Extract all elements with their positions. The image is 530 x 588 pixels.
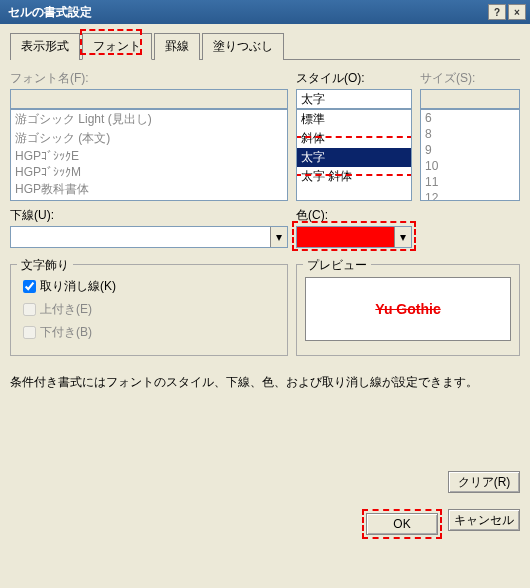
help-button[interactable]: ? <box>488 4 506 20</box>
size-input <box>420 89 520 109</box>
list-item: HGP行書体 <box>11 199 287 201</box>
fontname-label: フォント名(F): <box>10 70 288 87</box>
style-label: スタイル(O): <box>296 70 412 87</box>
underline-combo[interactable]: ▾ <box>10 226 288 248</box>
titlebar: セルの書式設定 ? × <box>0 0 530 24</box>
list-item: 12 <box>421 190 519 201</box>
subscript-label: 下付き(B) <box>40 324 92 341</box>
color-label: 色(C): <box>296 207 412 224</box>
size-list: 6 8 9 10 11 12 <box>420 109 520 201</box>
tabstrip: 表示形式 フォント 罫線 塗りつぶし <box>10 32 520 60</box>
list-item: 10 <box>421 158 519 174</box>
preview-text: Yu Gothic <box>375 301 440 317</box>
strike-check[interactable]: 取り消し線(K) <box>19 277 279 296</box>
tab-font[interactable]: フォント <box>82 33 152 60</box>
strike-label: 取り消し線(K) <box>40 278 116 295</box>
list-item-selected[interactable]: 太字 <box>297 148 411 167</box>
fontname-list: 游ゴシック Light (見出し) 游ゴシック (本文) HGPｺﾞｼｯｸE H… <box>10 109 288 201</box>
style-list[interactable]: 標準 斜体 太字 太字 斜体 <box>296 109 412 201</box>
list-item: HGPｺﾞｼｯｸE <box>11 148 287 164</box>
highlight-annotation: OK <box>362 509 442 539</box>
subscript-checkbox <box>23 326 36 339</box>
ok-button[interactable]: OK <box>366 513 438 535</box>
decor-fieldset: 文字飾り 取り消し線(K) 上付き(E) 下付き(B) <box>10 264 288 356</box>
color-swatch <box>297 227 394 247</box>
preview-fieldset: プレビュー Yu Gothic <box>296 264 520 356</box>
list-item: 游ゴシック (本文) <box>11 129 287 148</box>
hint-text: 条件付き書式にはフォントのスタイル、下線、色、および取り消し線が設定できます。 <box>10 374 520 391</box>
window-title: セルの書式設定 <box>4 4 486 21</box>
list-item: 8 <box>421 126 519 142</box>
decor-legend: 文字飾り <box>17 257 73 274</box>
superscript-check: 上付き(E) <box>19 300 279 319</box>
list-item[interactable]: 斜体 <box>297 129 411 148</box>
subscript-check: 下付き(B) <box>19 323 279 342</box>
style-input[interactable] <box>296 89 412 109</box>
list-item: 9 <box>421 142 519 158</box>
clear-button[interactable]: クリア(R) <box>448 471 520 493</box>
chevron-down-icon[interactable]: ▾ <box>394 227 411 247</box>
tab-border[interactable]: 罫線 <box>154 33 200 60</box>
underline-label: 下線(U): <box>10 207 288 224</box>
preview-legend: プレビュー <box>303 257 371 274</box>
close-button[interactable]: × <box>508 4 526 20</box>
strike-checkbox[interactable] <box>23 280 36 293</box>
tab-fill[interactable]: 塗りつぶし <box>202 33 284 60</box>
tab-format[interactable]: 表示形式 <box>10 33 80 60</box>
list-item[interactable]: 太字 斜体 <box>297 167 411 186</box>
color-combo[interactable]: ▾ <box>296 226 412 248</box>
superscript-checkbox <box>23 303 36 316</box>
list-item: 6 <box>421 110 519 126</box>
fontname-input <box>10 89 288 109</box>
list-item: 游ゴシック Light (見出し) <box>11 110 287 129</box>
superscript-label: 上付き(E) <box>40 301 92 318</box>
preview-area: Yu Gothic <box>305 277 511 341</box>
dialog-content: 表示形式 フォント 罫線 塗りつぶし フォント名(F): 游ゴシック Light… <box>0 24 530 547</box>
list-item: 11 <box>421 174 519 190</box>
list-item: HGPｺﾞｼｯｸM <box>11 164 287 180</box>
list-item[interactable]: 標準 <box>297 110 411 129</box>
list-item: HGP教科書体 <box>11 180 287 199</box>
chevron-down-icon[interactable]: ▾ <box>270 227 287 247</box>
size-label: サイズ(S): <box>420 70 520 87</box>
cancel-button[interactable]: キャンセル <box>448 509 520 531</box>
